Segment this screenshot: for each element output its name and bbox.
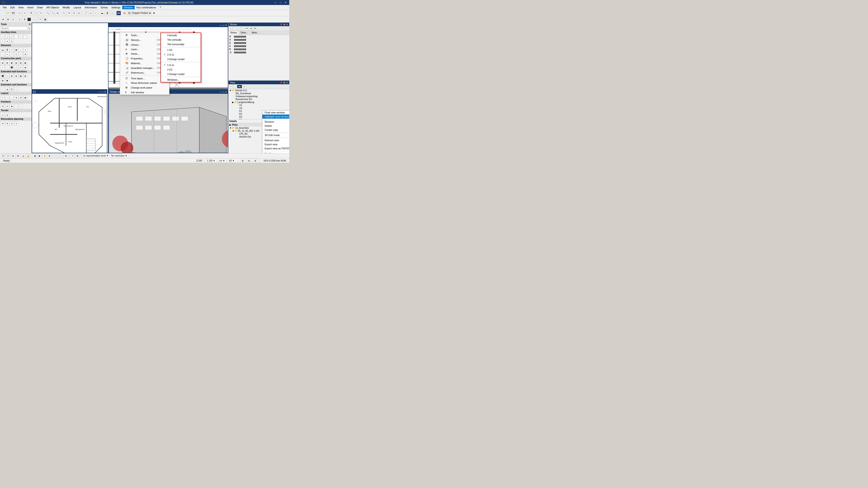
tb-window[interactable]: ⬜ (110, 11, 114, 15)
tool-ew1[interactable]: ⬛ (1, 74, 5, 78)
section-extended-wall[interactable]: Extended wall functions (0, 70, 31, 73)
smenu-tile-v[interactable]: Tile vertically (161, 37, 201, 42)
tool-cp2[interactable]: ▥ (5, 61, 9, 65)
cad-3d-content[interactable]: X Y Z (109, 94, 228, 153)
tool-angle[interactable]: ∠ (5, 39, 9, 43)
bt-representation[interactable]: no representation level ▼ (82, 154, 110, 158)
tool-beam[interactable]: ═ (5, 52, 9, 56)
bt-dim2[interactable]: ↕ (59, 154, 63, 158)
menu-ar-objects[interactable]: AR Objects (45, 6, 61, 9)
tree-u2[interactable]: 📄 U2 (228, 107, 289, 109)
tb-paste[interactable]: 📋 (34, 11, 38, 15)
tool-ff5[interactable]: ◌ (19, 104, 23, 108)
bt-zoom-next[interactable]: ▶ (37, 154, 42, 158)
bt-dim1[interactable]: ↔ (54, 154, 58, 158)
storey-row-2[interactable]: 2 ▦▦▦▦▦▦ (228, 41, 289, 44)
tool-cp1[interactable]: ▤ (1, 61, 5, 65)
tool-la4[interactable]: ⊕ (14, 96, 18, 100)
menu-modify[interactable]: Modify (61, 6, 72, 9)
tool-cp3[interactable]: ▦ (10, 61, 14, 65)
tool-line-h[interactable]: — (1, 35, 5, 39)
tool-cp8[interactable]: ▫ (5, 65, 9, 69)
st-add[interactable]: + (229, 27, 232, 30)
bt-deselect[interactable]: ☐ (6, 154, 10, 158)
bt-zoom-prev[interactable]: ◀ (32, 154, 37, 158)
view-pin[interactable]: 📌 (280, 81, 282, 84)
view-del[interactable]: - (233, 85, 237, 88)
st-del[interactable]: - (233, 27, 237, 30)
smenu-2-e2[interactable]: 2 E2 (161, 67, 201, 72)
cad-fp-bar[interactable]: E2 — □ ✕ (32, 90, 107, 94)
tool-la1[interactable]: T (1, 96, 5, 100)
tree-laenge[interactable]: ▶ 📂 Langenemittlung (228, 101, 289, 104)
storey-row-0[interactable]: 0 ▦▦▦▦▦▦ (228, 48, 289, 51)
tree-ba-grundrisse[interactable]: 📄 BA_Grundrisse (228, 92, 289, 95)
tab-storey[interactable]: Storey (228, 31, 239, 35)
tool-space[interactable]: □ (19, 52, 23, 56)
tool-er4[interactable]: ⌂ (14, 87, 18, 91)
rctx-modify[interactable]: Modify view (262, 152, 289, 153)
menu-information[interactable]: Information (83, 6, 99, 9)
tb2-hatch[interactable]: ▦ (43, 17, 48, 22)
tool-rp1[interactable]: ⊕ (1, 121, 5, 125)
tb-save[interactable]: 💾 (11, 11, 16, 15)
tool-ew8[interactable]: ▩ (5, 78, 9, 83)
tool-railing[interactable]: ⌇ (10, 52, 14, 56)
st-up[interactable]: ↑ (237, 27, 241, 30)
tool-wall[interactable]: ▬ (1, 48, 5, 52)
tool-cp11[interactable]: ▭ (19, 65, 23, 69)
storey-close[interactable]: ✕ (286, 23, 288, 26)
tb-copy[interactable]: ⧉ (29, 11, 33, 15)
cad-3d-max[interactable]: □ (223, 91, 224, 93)
tb2-dim[interactable]: ↔ (33, 17, 37, 22)
section-extended-roof[interactable]: Extended roof functions (0, 83, 31, 86)
st-vis[interactable]: 👁 (245, 27, 249, 30)
menu-key-combinations[interactable]: Key combinations (135, 6, 158, 9)
tb-rotate[interactable]: ↻ (72, 11, 76, 15)
status-unit[interactable]: cm ▼ (218, 159, 226, 162)
tree-brandschutz[interactable]: 📄 Brandschutz EG (228, 98, 289, 101)
tb-wall[interactable]: ▬ (100, 11, 104, 15)
menu-settings[interactable]: Settings (110, 6, 122, 9)
cad-section-close[interactable]: ✕ (225, 24, 227, 26)
tool-la3[interactable]: ↕ (10, 96, 14, 100)
section-elements[interactable]: Elements (0, 44, 31, 47)
tb2-color[interactable] (27, 18, 31, 21)
tb-zoom-in[interactable]: 🔍 (45, 11, 50, 15)
smenu-1-e2[interactable]: 1 E2 (161, 48, 201, 52)
bt-dim3[interactable]: ⊕ (64, 154, 68, 158)
cad-section-maximize[interactable]: □ (223, 24, 224, 26)
tool-column[interactable]: ⍭ (1, 52, 5, 56)
search-input[interactable] (1, 27, 27, 30)
tool-cp7[interactable]: ▪ (1, 65, 5, 69)
view-close[interactable]: ✕ (286, 81, 288, 84)
tool-rp3[interactable]: ◎ (10, 121, 14, 125)
rctx-float[interactable]: Float view window (262, 110, 289, 115)
tool-circle-aux[interactable]: ○ (19, 35, 23, 39)
smenu-2-gg[interactable]: ✓ 2 G-G (161, 52, 201, 57)
tb2-text[interactable]: T (38, 17, 42, 22)
tool-stair[interactable]: ≡ (23, 48, 27, 52)
tool-cp12[interactable]: ▬ (23, 65, 27, 69)
bt-unlock[interactable]: 🔓 (26, 154, 30, 158)
storey-float[interactable]: ⊞ (283, 23, 285, 26)
tb-undo[interactable]: ↩ (18, 11, 22, 15)
tool-ew7[interactable]: ▨ (1, 78, 5, 83)
storey-row-m1[interactable]: -1 ▦▦▦▦▦▦ (228, 51, 289, 54)
status-tb2[interactable]: ⊕ (247, 159, 251, 163)
section-renovation[interactable]: Renovation planning (0, 118, 31, 121)
tb-new[interactable]: 📄 (1, 11, 5, 15)
status-paper[interactable]: A3 ▼ (228, 159, 236, 162)
menu-window[interactable]: Window (122, 6, 135, 9)
tb-cut[interactable]: ✂ (39, 11, 43, 15)
tool-ew5[interactable]: ▦ (19, 74, 23, 78)
st-dn[interactable]: ↓ (241, 27, 245, 30)
smenu-windows[interactable]: Windows... (161, 77, 201, 82)
tool-line-v[interactable]: | (5, 35, 9, 39)
menu-insert[interactable]: Insert (25, 6, 35, 9)
tb-door[interactable]: 🚪 (105, 11, 110, 15)
tool-te2[interactable]: ▲ (5, 113, 9, 117)
tool-la5[interactable]: ⊞ (19, 96, 23, 100)
tb-mirror[interactable]: ⇔ (77, 11, 81, 15)
tool-slab[interactable]: ▦ (14, 48, 18, 52)
